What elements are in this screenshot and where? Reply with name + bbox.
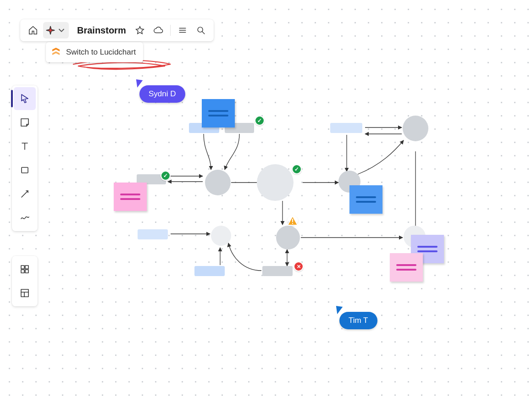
svg-rect-4 xyxy=(21,266,24,269)
frames-button[interactable] xyxy=(14,282,36,305)
svg-rect-7 xyxy=(25,270,28,273)
cloud-icon xyxy=(153,25,163,35)
rectangle-icon xyxy=(19,165,30,176)
layout-icon xyxy=(19,288,30,299)
select-tool-button[interactable] xyxy=(14,87,36,110)
svg-rect-0 xyxy=(292,219,293,222)
status-ok-icon xyxy=(255,116,265,126)
app-switcher-button[interactable] xyxy=(43,22,69,39)
top-toolbar: Brainstorm xyxy=(20,19,214,41)
svg-rect-6 xyxy=(21,270,24,273)
menu-button[interactable] xyxy=(174,22,191,39)
menu-icon xyxy=(177,25,188,35)
document-title[interactable]: Brainstorm xyxy=(71,25,130,36)
svg-rect-5 xyxy=(25,266,28,269)
text-icon xyxy=(19,141,30,152)
draw-tool-button[interactable] xyxy=(14,206,36,229)
cursor-pointer-icon xyxy=(136,78,144,88)
status-warn-icon xyxy=(287,216,298,226)
app-switcher-menu-item[interactable]: Switch to Lucidchart xyxy=(46,42,143,62)
shape-tool-button[interactable] xyxy=(14,159,36,182)
svg-point-2 xyxy=(198,27,203,32)
lucidchart-icon xyxy=(50,47,61,58)
presence-cursor-sydni: Sydni D xyxy=(139,85,185,103)
freehand-icon xyxy=(19,212,30,223)
node-circle[interactable] xyxy=(276,226,300,249)
node-bar[interactable] xyxy=(194,266,225,276)
home-button[interactable] xyxy=(25,22,41,39)
node-bar[interactable] xyxy=(138,229,168,239)
sticky-note[interactable] xyxy=(349,185,382,214)
sticky-tool-button[interactable] xyxy=(14,111,36,134)
shapes-library-button[interactable] xyxy=(14,258,36,281)
presence-label: Sydni D xyxy=(149,89,176,99)
node-circle[interactable] xyxy=(257,164,294,201)
search-button[interactable] xyxy=(193,22,209,39)
toolbar-divider xyxy=(170,25,171,36)
node-circle[interactable] xyxy=(403,116,428,141)
status-error-icon xyxy=(294,261,304,272)
sticky-note-icon xyxy=(19,117,30,128)
secondary-toolbar xyxy=(12,256,38,306)
node-circle[interactable] xyxy=(211,226,231,246)
lucidspark-icon xyxy=(45,25,55,35)
cloud-status-button[interactable] xyxy=(150,22,166,39)
canvas[interactable]: Sydni D Tim T Brainstorm xyxy=(0,0,532,399)
favorite-button[interactable] xyxy=(132,22,148,39)
status-ok-icon xyxy=(161,171,171,181)
sticky-note[interactable] xyxy=(202,99,235,127)
presence-cursor-tim: Tim T xyxy=(339,312,377,329)
star-icon xyxy=(135,25,145,35)
line-tool-button[interactable] xyxy=(14,183,36,205)
grid-icon xyxy=(19,264,30,275)
line-icon xyxy=(19,188,30,200)
svg-rect-3 xyxy=(22,167,28,173)
node-circle[interactable] xyxy=(205,170,231,195)
node-bar[interactable] xyxy=(330,123,362,133)
tool-toolbar xyxy=(12,85,38,231)
menu-item-label: Switch to Lucidchart xyxy=(66,48,136,57)
node-bar[interactable] xyxy=(262,266,293,276)
presence-label: Tim T xyxy=(349,316,368,325)
status-ok-icon xyxy=(292,164,302,174)
svg-rect-1 xyxy=(292,223,293,224)
svg-rect-8 xyxy=(21,289,28,297)
text-tool-button[interactable] xyxy=(14,135,36,158)
search-icon xyxy=(196,25,206,35)
sticky-note[interactable] xyxy=(390,253,423,282)
chevron-down-icon xyxy=(56,25,66,35)
cursor-icon xyxy=(19,93,30,104)
cursor-pointer-icon xyxy=(336,305,344,314)
sticky-note[interactable] xyxy=(114,183,147,211)
